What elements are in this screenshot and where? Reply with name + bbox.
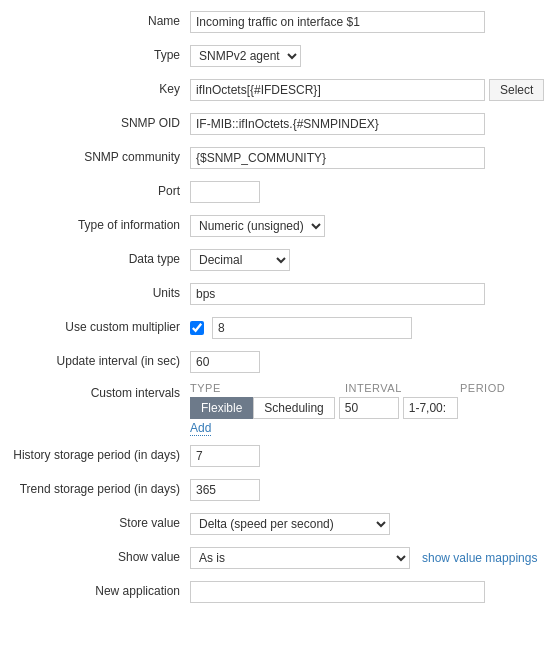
type-of-info-control: Numeric (unsigned) Numeric (float) Chara…: [190, 215, 544, 237]
type-label: Type: [10, 48, 190, 64]
custom-multiplier-checkbox[interactable]: [190, 321, 204, 335]
col-period-header: PERIOD: [460, 382, 544, 394]
snmp-oid-label: SNMP OID: [10, 116, 190, 132]
snmp-oid-row: SNMP OID: [10, 110, 544, 138]
new-application-control: [190, 581, 544, 603]
col-type-header: TYPE: [190, 382, 345, 394]
new-application-label: New application: [10, 584, 190, 600]
name-input[interactable]: [190, 11, 485, 33]
type-control: Zabbix agent SNMPv2 agent SNMPv3 agent: [190, 45, 544, 67]
update-interval-control: [190, 351, 544, 373]
period-value-input[interactable]: [403, 397, 458, 419]
intervals-inputs: Flexible Scheduling: [190, 397, 544, 419]
new-application-row: New application: [10, 578, 544, 606]
custom-intervals-label: Custom intervals: [10, 382, 190, 400]
item-form: Name Type Zabbix agent SNMPv2 agent SNMP…: [0, 0, 554, 620]
data-type-row: Data type Decimal Octal Hexadecimal Bool…: [10, 246, 544, 274]
port-input[interactable]: [190, 181, 260, 203]
type-select[interactable]: Zabbix agent SNMPv2 agent SNMPv3 agent: [190, 45, 301, 67]
snmp-community-label: SNMP community: [10, 150, 190, 166]
key-select-button[interactable]: Select: [489, 79, 544, 101]
type-of-info-row: Type of information Numeric (unsigned) N…: [10, 212, 544, 240]
col-interval-header: INTERVAL: [345, 382, 460, 394]
show-value-label: Show value: [10, 550, 190, 566]
name-row: Name: [10, 8, 544, 36]
key-control: Select: [190, 79, 544, 101]
units-control: [190, 283, 544, 305]
update-interval-input[interactable]: [190, 351, 260, 373]
update-interval-row: Update interval (in sec): [10, 348, 544, 376]
store-value-select[interactable]: As is Delta (speed per second) Delta (si…: [190, 513, 390, 535]
new-application-input[interactable]: [190, 581, 485, 603]
trend-storage-label: Trend storage period (in days): [10, 482, 190, 498]
data-type-control: Decimal Octal Hexadecimal Boolean: [190, 249, 544, 271]
store-value-row: Store value As is Delta (speed per secon…: [10, 510, 544, 538]
history-storage-input[interactable]: [190, 445, 260, 467]
interval-value-input[interactable]: [339, 397, 399, 419]
show-value-select[interactable]: As is: [190, 547, 410, 569]
key-input[interactable]: [190, 79, 485, 101]
custom-intervals-row: Custom intervals TYPE INTERVAL PERIOD Fl…: [10, 382, 544, 436]
show-value-row: Show value As is show value mappings: [10, 544, 544, 572]
type-of-info-label: Type of information: [10, 218, 190, 234]
snmp-community-control: [190, 147, 544, 169]
data-type-select[interactable]: Decimal Octal Hexadecimal Boolean: [190, 249, 290, 271]
trend-storage-input[interactable]: [190, 479, 260, 501]
snmp-community-row: SNMP community: [10, 144, 544, 172]
port-label: Port: [10, 184, 190, 200]
type-row: Type Zabbix agent SNMPv2 agent SNMPv3 ag…: [10, 42, 544, 70]
key-label: Key: [10, 82, 190, 98]
snmp-community-input[interactable]: [190, 147, 485, 169]
show-value-mappings-link[interactable]: show value mappings: [422, 551, 537, 565]
custom-multiplier-row: Use custom multiplier: [10, 314, 544, 342]
history-storage-control: [190, 445, 544, 467]
custom-multiplier-input[interactable]: [212, 317, 412, 339]
snmp-oid-input[interactable]: [190, 113, 485, 135]
intervals-header: TYPE INTERVAL PERIOD: [190, 382, 544, 394]
custom-multiplier-control: [190, 317, 544, 339]
intervals-block: TYPE INTERVAL PERIOD Flexible Scheduling…: [190, 382, 544, 436]
name-control: [190, 11, 544, 33]
type-of-info-select[interactable]: Numeric (unsigned) Numeric (float) Chara…: [190, 215, 325, 237]
history-storage-row: History storage period (in days): [10, 442, 544, 470]
update-interval-label: Update interval (in sec): [10, 354, 190, 370]
name-label: Name: [10, 14, 190, 30]
trend-storage-control: [190, 479, 544, 501]
tab-flexible-button[interactable]: Flexible: [190, 397, 253, 419]
history-storage-label: History storage period (in days): [10, 448, 190, 464]
store-value-label: Store value: [10, 516, 190, 532]
store-value-control: As is Delta (speed per second) Delta (si…: [190, 513, 544, 535]
port-control: [190, 181, 544, 203]
key-row: Key Select: [10, 76, 544, 104]
custom-multiplier-label: Use custom multiplier: [10, 320, 190, 336]
tab-scheduling-button[interactable]: Scheduling: [253, 397, 334, 419]
units-label: Units: [10, 286, 190, 302]
port-row: Port: [10, 178, 544, 206]
add-interval-link[interactable]: Add: [190, 421, 211, 436]
snmp-oid-control: [190, 113, 544, 135]
show-value-control: As is show value mappings: [190, 547, 544, 569]
units-input[interactable]: [190, 283, 485, 305]
data-type-label: Data type: [10, 252, 190, 268]
trend-storage-row: Trend storage period (in days): [10, 476, 544, 504]
units-row: Units: [10, 280, 544, 308]
